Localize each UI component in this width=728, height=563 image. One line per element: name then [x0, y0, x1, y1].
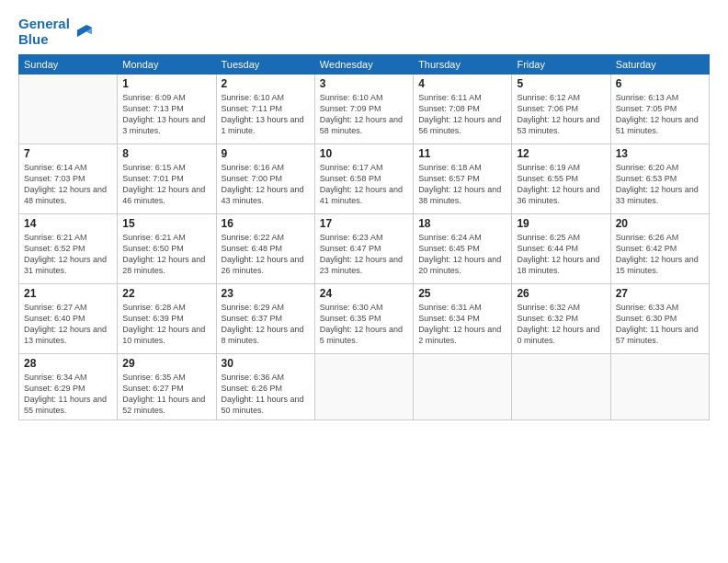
- week-row-0: 1Sunrise: 6:09 AM Sunset: 7:13 PM Daylig…: [19, 75, 710, 144]
- day-info: Sunrise: 6:18 AM Sunset: 6:57 PM Dayligh…: [418, 162, 506, 207]
- header: General Blue: [18, 17, 710, 47]
- col-header-wednesday: Wednesday: [314, 55, 413, 75]
- col-header-sunday: Sunday: [19, 55, 118, 75]
- day-info: Sunrise: 6:12 AM Sunset: 7:06 PM Dayligh…: [517, 92, 605, 137]
- day-info: Sunrise: 6:16 AM Sunset: 7:00 PM Dayligh…: [222, 162, 310, 207]
- calendar-cell: 14Sunrise: 6:21 AM Sunset: 6:52 PM Dayli…: [19, 214, 118, 284]
- week-row-3: 21Sunrise: 6:27 AM Sunset: 6:40 PM Dayli…: [19, 284, 710, 354]
- logo-icon: [72, 22, 92, 42]
- day-number: 29: [122, 357, 210, 370]
- logo-text: General Blue: [18, 17, 70, 47]
- day-number: 19: [517, 217, 605, 230]
- day-number: 27: [616, 287, 704, 300]
- day-info: Sunrise: 6:17 AM Sunset: 6:58 PM Dayligh…: [320, 162, 408, 207]
- calendar-cell: 8Sunrise: 6:15 AM Sunset: 7:01 PM Daylig…: [118, 144, 216, 214]
- calendar-cell: 22Sunrise: 6:28 AM Sunset: 6:39 PM Dayli…: [118, 284, 216, 354]
- calendar-header-row: SundayMondayTuesdayWednesdayThursdayFrid…: [19, 55, 710, 75]
- calendar-cell: 21Sunrise: 6:27 AM Sunset: 6:40 PM Dayli…: [19, 284, 118, 354]
- calendar-cell: 30Sunrise: 6:36 AM Sunset: 6:26 PM Dayli…: [216, 354, 314, 420]
- calendar-cell: 13Sunrise: 6:20 AM Sunset: 6:53 PM Dayli…: [610, 144, 709, 214]
- calendar-cell: 10Sunrise: 6:17 AM Sunset: 6:58 PM Dayli…: [314, 144, 413, 214]
- day-number: 20: [616, 217, 704, 230]
- week-row-2: 14Sunrise: 6:21 AM Sunset: 6:52 PM Dayli…: [19, 214, 710, 284]
- day-number: 11: [418, 147, 506, 160]
- day-info: Sunrise: 6:10 AM Sunset: 7:11 PM Dayligh…: [222, 92, 310, 137]
- calendar-cell: 9Sunrise: 6:16 AM Sunset: 7:00 PM Daylig…: [216, 144, 314, 214]
- page: General Blue SundayMondayTuesdayWednesda…: [0, 0, 728, 563]
- day-info: Sunrise: 6:21 AM Sunset: 6:50 PM Dayligh…: [122, 232, 210, 277]
- calendar-cell: 11Sunrise: 6:18 AM Sunset: 6:57 PM Dayli…: [414, 144, 512, 214]
- day-info: Sunrise: 6:28 AM Sunset: 6:39 PM Dayligh…: [122, 302, 210, 347]
- day-number: 30: [222, 357, 310, 370]
- day-number: 22: [122, 287, 210, 300]
- day-number: 6: [616, 77, 704, 90]
- day-number: 13: [616, 147, 704, 160]
- day-number: 16: [222, 217, 310, 230]
- calendar-cell: [610, 354, 709, 420]
- calendar-cell: 26Sunrise: 6:32 AM Sunset: 6:32 PM Dayli…: [512, 284, 610, 354]
- col-header-monday: Monday: [118, 55, 216, 75]
- calendar-cell: 7Sunrise: 6:14 AM Sunset: 7:03 PM Daylig…: [19, 144, 118, 214]
- day-info: Sunrise: 6:35 AM Sunset: 6:27 PM Dayligh…: [122, 372, 210, 417]
- calendar-cell: [314, 354, 413, 420]
- day-number: 8: [122, 147, 210, 160]
- day-number: 25: [418, 287, 506, 300]
- day-info: Sunrise: 6:22 AM Sunset: 6:48 PM Dayligh…: [222, 232, 310, 277]
- day-info: Sunrise: 6:34 AM Sunset: 6:29 PM Dayligh…: [24, 372, 112, 417]
- day-info: Sunrise: 6:29 AM Sunset: 6:37 PM Dayligh…: [222, 302, 310, 347]
- day-info: Sunrise: 6:14 AM Sunset: 7:03 PM Dayligh…: [24, 162, 112, 207]
- day-number: 23: [222, 287, 310, 300]
- day-number: 14: [24, 217, 112, 230]
- col-header-saturday: Saturday: [610, 55, 709, 75]
- day-info: Sunrise: 6:10 AM Sunset: 7:09 PM Dayligh…: [320, 92, 408, 137]
- calendar-cell: 28Sunrise: 6:34 AM Sunset: 6:29 PM Dayli…: [19, 354, 118, 420]
- calendar-cell: [19, 75, 118, 144]
- calendar-cell: 27Sunrise: 6:33 AM Sunset: 6:30 PM Dayli…: [610, 284, 709, 354]
- calendar-cell: 3Sunrise: 6:10 AM Sunset: 7:09 PM Daylig…: [314, 75, 413, 144]
- col-header-friday: Friday: [512, 55, 610, 75]
- day-info: Sunrise: 6:30 AM Sunset: 6:35 PM Dayligh…: [320, 302, 408, 347]
- day-number: 26: [517, 287, 605, 300]
- week-row-4: 28Sunrise: 6:34 AM Sunset: 6:29 PM Dayli…: [19, 354, 710, 420]
- calendar-cell: 16Sunrise: 6:22 AM Sunset: 6:48 PM Dayli…: [216, 214, 314, 284]
- day-info: Sunrise: 6:26 AM Sunset: 6:42 PM Dayligh…: [616, 232, 704, 277]
- day-info: Sunrise: 6:32 AM Sunset: 6:32 PM Dayligh…: [517, 302, 605, 347]
- day-number: 28: [24, 357, 112, 370]
- day-info: Sunrise: 6:13 AM Sunset: 7:05 PM Dayligh…: [616, 92, 704, 137]
- calendar-cell: 29Sunrise: 6:35 AM Sunset: 6:27 PM Dayli…: [118, 354, 216, 420]
- calendar-cell: 1Sunrise: 6:09 AM Sunset: 7:13 PM Daylig…: [118, 75, 216, 144]
- calendar-table: SundayMondayTuesdayWednesdayThursdayFrid…: [18, 54, 710, 420]
- calendar-cell: 18Sunrise: 6:24 AM Sunset: 6:45 PM Dayli…: [414, 214, 512, 284]
- day-number: 12: [517, 147, 605, 160]
- calendar-cell: 6Sunrise: 6:13 AM Sunset: 7:05 PM Daylig…: [610, 75, 709, 144]
- day-info: Sunrise: 6:23 AM Sunset: 6:47 PM Dayligh…: [320, 232, 408, 277]
- day-info: Sunrise: 6:09 AM Sunset: 7:13 PM Dayligh…: [122, 92, 210, 137]
- col-header-tuesday: Tuesday: [216, 55, 314, 75]
- calendar-cell: 12Sunrise: 6:19 AM Sunset: 6:55 PM Dayli…: [512, 144, 610, 214]
- week-row-1: 7Sunrise: 6:14 AM Sunset: 7:03 PM Daylig…: [19, 144, 710, 214]
- day-number: 24: [320, 287, 408, 300]
- calendar-cell: 15Sunrise: 6:21 AM Sunset: 6:50 PM Dayli…: [118, 214, 216, 284]
- calendar-cell: 19Sunrise: 6:25 AM Sunset: 6:44 PM Dayli…: [512, 214, 610, 284]
- day-number: 18: [418, 217, 506, 230]
- day-info: Sunrise: 6:33 AM Sunset: 6:30 PM Dayligh…: [616, 302, 704, 347]
- day-number: 2: [222, 77, 310, 90]
- day-info: Sunrise: 6:27 AM Sunset: 6:40 PM Dayligh…: [24, 302, 112, 347]
- calendar-cell: 24Sunrise: 6:30 AM Sunset: 6:35 PM Dayli…: [314, 284, 413, 354]
- calendar-cell: 4Sunrise: 6:11 AM Sunset: 7:08 PM Daylig…: [414, 75, 512, 144]
- calendar-cell: 25Sunrise: 6:31 AM Sunset: 6:34 PM Dayli…: [414, 284, 512, 354]
- day-number: 21: [24, 287, 112, 300]
- day-number: 5: [517, 77, 605, 90]
- day-number: 15: [122, 217, 210, 230]
- calendar-cell: [512, 354, 610, 420]
- logo: General Blue: [18, 17, 92, 47]
- day-number: 1: [122, 77, 210, 90]
- day-number: 4: [418, 77, 506, 90]
- day-info: Sunrise: 6:15 AM Sunset: 7:01 PM Dayligh…: [122, 162, 210, 207]
- day-info: Sunrise: 6:31 AM Sunset: 6:34 PM Dayligh…: [418, 302, 506, 347]
- day-info: Sunrise: 6:36 AM Sunset: 6:26 PM Dayligh…: [222, 372, 310, 417]
- calendar-cell: 17Sunrise: 6:23 AM Sunset: 6:47 PM Dayli…: [314, 214, 413, 284]
- calendar-cell: 5Sunrise: 6:12 AM Sunset: 7:06 PM Daylig…: [512, 75, 610, 144]
- calendar-cell: 20Sunrise: 6:26 AM Sunset: 6:42 PM Dayli…: [610, 214, 709, 284]
- day-number: 9: [222, 147, 310, 160]
